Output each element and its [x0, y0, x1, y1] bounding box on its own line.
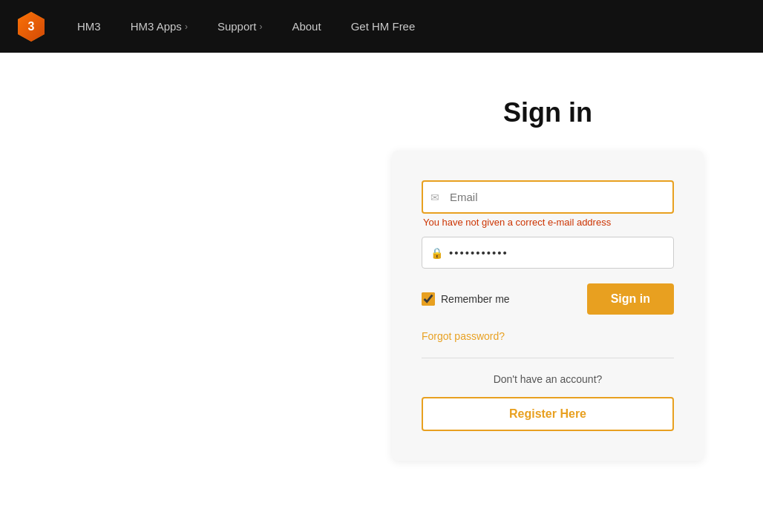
- password-field[interactable]: [422, 237, 674, 269]
- remember-me-checkbox[interactable]: [422, 292, 435, 306]
- email-form-group: ✉ You have not given a correct e-mail ad…: [422, 180, 674, 228]
- nav-link-get-hm-free[interactable]: Get HM Free: [351, 20, 416, 33]
- forgot-password-link[interactable]: Forgot password?: [422, 330, 505, 342]
- email-icon: ✉: [430, 191, 439, 203]
- forgot-password-section: Forgot password?: [422, 329, 674, 343]
- logo-hexagon: 3: [15, 10, 48, 43]
- navbar: 3 HM3 HM3 Apps › Support › About: [0, 0, 763, 53]
- lock-icon: 🔒: [430, 247, 443, 259]
- svg-text:3: 3: [28, 20, 35, 33]
- nav-links: HM3 HM3 Apps › Support › About Get HM Fr…: [77, 20, 415, 33]
- nav-item-support[interactable]: Support ›: [217, 20, 263, 33]
- nav-item-hm3-apps[interactable]: HM3 Apps ›: [131, 20, 188, 33]
- page-title: Sign in: [392, 97, 704, 128]
- no-account-text: Don't have an account?: [422, 373, 674, 385]
- email-input-wrapper: ✉: [422, 180, 674, 214]
- password-form-group: 🔒: [422, 237, 674, 269]
- nav-link-about[interactable]: About: [292, 20, 321, 33]
- signin-section: Sign in ✉ You have not given a correct e…: [392, 97, 704, 461]
- register-button[interactable]: Register Here: [422, 397, 674, 431]
- email-field[interactable]: [422, 180, 674, 214]
- nav-item-get-hm-free[interactable]: Get HM Free: [351, 20, 416, 33]
- nav-item-about[interactable]: About: [292, 20, 321, 33]
- nav-item-hm3[interactable]: HM3: [77, 20, 101, 33]
- nav-link-support[interactable]: Support ›: [217, 20, 263, 33]
- remember-me-label[interactable]: Remember me: [441, 293, 510, 305]
- form-actions-row: Remember me Sign in: [422, 283, 674, 315]
- nav-link-hm3[interactable]: HM3: [77, 20, 101, 33]
- logo[interactable]: 3: [15, 10, 48, 43]
- remember-me-group: Remember me: [422, 292, 510, 306]
- main-content: Sign in ✉ You have not given a correct e…: [0, 53, 763, 505]
- signin-card: ✉ You have not given a correct e-mail ad…: [392, 151, 704, 461]
- password-input-wrapper: 🔒: [422, 237, 674, 269]
- nav-link-hm3-apps[interactable]: HM3 Apps ›: [131, 20, 188, 33]
- divider: [422, 358, 674, 358]
- email-error: You have not given a correct e-mail addr…: [423, 217, 674, 228]
- chevron-right-icon: ›: [259, 22, 262, 32]
- signin-button[interactable]: Sign in: [587, 283, 674, 315]
- chevron-right-icon: ›: [185, 22, 188, 32]
